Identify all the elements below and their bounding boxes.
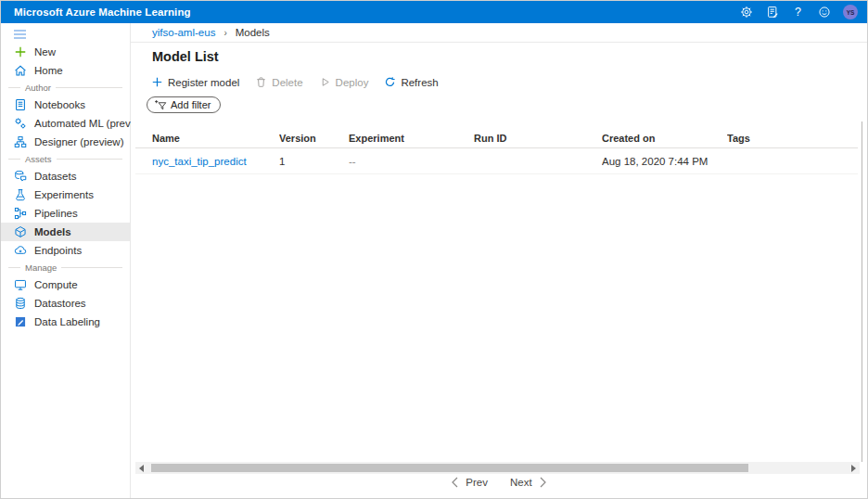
sidebar-item-label: Models xyxy=(34,226,71,237)
chevron-right-icon xyxy=(539,477,547,488)
sidebar-item-label: Home xyxy=(34,65,63,76)
horizontal-scrollbar-track[interactable] xyxy=(135,462,860,474)
horizontal-scrollbar-thumb[interactable] xyxy=(151,464,748,472)
sidebar-item-label: New xyxy=(34,46,56,58)
sidebar-item-label: Compute xyxy=(34,279,78,290)
add-filter-button[interactable]: Add filter xyxy=(147,96,221,113)
command-bar: Register model Delete Deploy Refresh xyxy=(151,76,439,88)
sidebar-item-experiments[interactable]: Experiments xyxy=(1,186,130,204)
sidebar: New Home Author Notebooks Automated ML (… xyxy=(1,23,131,498)
main-content: Model List Register model Delete Deploy … xyxy=(131,43,867,498)
chevron-left-icon xyxy=(451,477,459,488)
sidebar-item-automated-ml[interactable]: Automated ML (preview) xyxy=(1,114,130,133)
designer-icon xyxy=(14,135,27,148)
sidebar-item-label: Experiments xyxy=(34,189,94,200)
breadcrumb-current[interactable]: Models xyxy=(236,27,270,38)
next-page-button[interactable]: Next xyxy=(510,477,547,488)
pipelines-icon xyxy=(14,207,27,220)
topbar: Microsoft Azure Machine Learning ? xyxy=(1,1,867,23)
topbar-actions: ? YS xyxy=(739,5,858,19)
pagination: Prev Next xyxy=(131,477,867,488)
sidebar-section-author: Author xyxy=(1,80,130,96)
user-avatar[interactable]: YS xyxy=(843,5,858,19)
sidebar-item-label: Datasets xyxy=(34,171,76,182)
plus-icon xyxy=(14,45,27,58)
column-header-experiment[interactable]: Experiment xyxy=(349,133,474,144)
table-header-row: Name Version Experiment Run ID Created o… xyxy=(135,128,858,148)
model-experiment: -- xyxy=(349,156,474,167)
scroll-right-arrow-icon[interactable] xyxy=(851,465,856,472)
column-header-created-on[interactable]: Created on xyxy=(602,133,727,144)
breadcrumb-workspace[interactable]: yifso-aml-eus xyxy=(152,27,215,38)
hamburger-menu-icon[interactable] xyxy=(14,30,26,39)
compute-monitor-icon xyxy=(14,278,27,291)
feedback-icon[interactable] xyxy=(765,6,779,19)
sidebar-item-label: Pipelines xyxy=(34,208,78,219)
plus-icon xyxy=(151,76,163,88)
sidebar-item-datasets[interactable]: Datasets xyxy=(1,167,130,186)
scroll-left-arrow-icon[interactable] xyxy=(139,465,144,472)
trash-icon xyxy=(255,76,267,88)
sidebar-item-label: Designer (preview) xyxy=(34,136,124,147)
home-icon xyxy=(14,64,27,77)
refresh-button[interactable]: Refresh xyxy=(384,76,438,88)
sidebar-item-notebooks[interactable]: Notebooks xyxy=(1,96,130,114)
datasets-icon xyxy=(14,170,27,183)
column-header-version[interactable]: Version xyxy=(279,133,349,144)
automated-ml-icon xyxy=(14,117,27,130)
page-title: Model List xyxy=(152,49,219,64)
models-cube-icon xyxy=(14,225,27,238)
model-created-on: Aug 18, 2020 7:44 PM xyxy=(602,156,727,167)
experiments-flask-icon xyxy=(14,188,27,201)
smiley-feedback-icon[interactable] xyxy=(817,6,831,19)
settings-gear-icon[interactable] xyxy=(739,6,753,19)
sidebar-item-pipelines[interactable]: Pipelines xyxy=(1,204,130,223)
register-model-button[interactable]: Register model xyxy=(151,76,239,88)
endpoints-cloud-icon xyxy=(14,244,27,257)
column-header-tags[interactable]: Tags xyxy=(727,133,858,144)
datastores-icon xyxy=(14,297,27,310)
sidebar-item-home[interactable]: Home xyxy=(1,61,130,80)
deploy-button[interactable]: Deploy xyxy=(319,76,369,88)
notebook-icon xyxy=(14,98,27,111)
sidebar-item-new[interactable]: New xyxy=(1,43,130,61)
azure-ml-window: { "topbar": { "title": "Microsoft Azure … xyxy=(0,0,868,499)
sidebar-item-endpoints[interactable]: Endpoints xyxy=(1,241,130,260)
sidebar-item-label: Endpoints xyxy=(34,245,82,256)
prev-page-button[interactable]: Prev xyxy=(451,477,488,488)
filter-plus-icon xyxy=(154,99,167,111)
breadcrumb: yifso-aml-eus › Models xyxy=(131,23,867,43)
play-icon xyxy=(319,76,331,88)
sidebar-section-assets: Assets xyxy=(1,151,130,167)
sidebar-item-label: Notebooks xyxy=(34,99,85,110)
table-row[interactable]: nyc_taxi_tip_predict 1 -- Aug 18, 2020 7… xyxy=(135,148,858,174)
sidebar-item-data-labeling[interactable]: Data Labeling xyxy=(1,313,130,331)
sidebar-item-designer[interactable]: Designer (preview) xyxy=(1,133,130,151)
data-labeling-icon xyxy=(14,315,27,328)
vertical-scrollbar[interactable] xyxy=(862,122,862,462)
column-header-name[interactable]: Name xyxy=(135,133,279,144)
sidebar-item-compute[interactable]: Compute xyxy=(1,275,130,294)
sidebar-item-models[interactable]: Models xyxy=(1,223,130,241)
chevron-right-icon: › xyxy=(223,28,226,38)
model-version: 1 xyxy=(279,156,349,167)
sidebar-section-manage: Manage xyxy=(1,260,130,275)
sidebar-item-label: Data Labeling xyxy=(34,316,100,327)
refresh-icon xyxy=(384,76,396,88)
delete-button[interactable]: Delete xyxy=(255,76,302,88)
column-header-run-id[interactable]: Run ID xyxy=(474,133,602,144)
model-name-link[interactable]: nyc_taxi_tip_predict xyxy=(135,156,279,167)
sidebar-item-datastores[interactable]: Datastores xyxy=(1,294,130,313)
help-icon[interactable]: ? xyxy=(791,6,805,19)
app-title: Microsoft Azure Machine Learning xyxy=(14,6,191,18)
sidebar-item-label: Datastores xyxy=(34,298,86,309)
